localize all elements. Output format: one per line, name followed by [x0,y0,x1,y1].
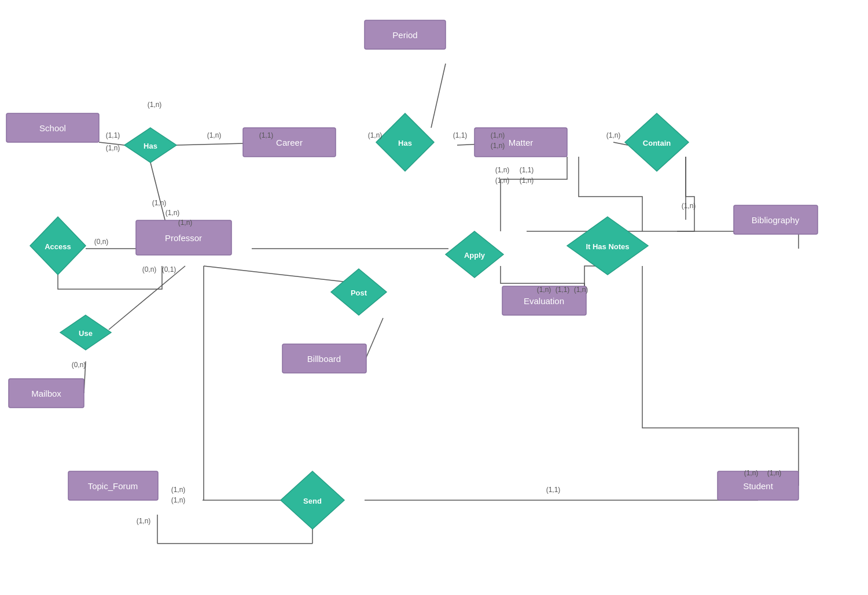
card-forum-send-1: (1,n) [171,486,186,494]
svg-line-9 [204,266,359,283]
svg-line-0 [431,64,446,128]
card-school-has1-2: (1,n) [106,144,120,152]
rel-send-label: Send [303,497,322,505]
card-contain-bib: (1,n) [682,202,696,210]
entity-topic-forum-label: Topic_Forum [88,481,138,491]
entity-evaluation-label: Evaluation [524,296,564,306]
card-matter-ihn-2: (1,n) [520,176,534,184]
entity-student-label: Student [743,481,774,491]
card-student-top-1: (1,n) [744,469,759,477]
card-career-has2: (1,n) [368,131,382,139]
rel-contain-label: Contain [643,139,671,147]
card-prof-access-2: (0,1) [162,265,176,274]
entity-mailbox-label: Mailbox [31,389,61,398]
card-use-mailbox: (0,n) [72,361,86,369]
card-matter-contain: (1,n) [606,131,621,139]
card-has2-matter-2: (1,n) [491,131,505,139]
rel-use-label: Use [79,329,93,338]
card-forum-bottom: (1,n) [137,517,151,525]
card-has1-top: (1,n) [148,101,162,109]
card-has1-prof-3: (1,n) [178,219,193,227]
entity-bibliography-label: Bibliography [752,215,800,225]
svg-line-12 [109,266,185,330]
rel-has2-label: Has [398,139,412,147]
card-has1-career-2: (1,1) [259,131,274,139]
rel-ithasnotes-label: It Has Notes [586,242,629,251]
entity-professor-label: Professor [165,233,202,243]
card-matter-apply-2: (1,n) [495,176,510,184]
card-matter-apply-1: (1,n) [495,166,510,174]
entity-school-label: School [39,123,66,133]
card-send-student: (1,1) [546,486,561,494]
card-forum-send-2: (1,n) [171,496,186,504]
card-apply-eval-1: (1,n) [537,286,551,294]
rel-has1-label: Has [144,142,157,150]
card-has2-matter-1: (1,1) [453,131,468,139]
er-diagram: Period School Career Matter Professor Bi… [0,0,868,595]
card-has1-prof-2: (1,n) [165,209,180,217]
card-prof-access-1: (0,n) [142,265,157,274]
entity-period-label: Period [392,30,417,40]
rel-apply-label: Apply [464,251,486,260]
card-apply-eval-2: (1,1) [556,286,570,294]
card-has1-prof-1: (1,n) [152,199,167,207]
card-has1-career-1: (1,n) [207,131,222,139]
rel-access-label: Access [45,242,71,251]
rel-post-label: Post [351,289,367,297]
entity-career-label: Career [276,138,303,147]
entity-matter-label: Matter [509,138,534,147]
card-access-prof: (0,n) [94,238,109,246]
entity-billboard-label: Billboard [307,354,341,364]
svg-line-10 [366,318,383,359]
card-matter-ihn-1: (1,1) [520,166,534,174]
card-student-top-2: (1,n) [767,469,782,477]
card-school-has1-1: (1,1) [106,131,120,139]
card-has2-matter-3: (1,n) [491,142,505,150]
card-apply-eval-3: (1,n) [574,286,589,294]
